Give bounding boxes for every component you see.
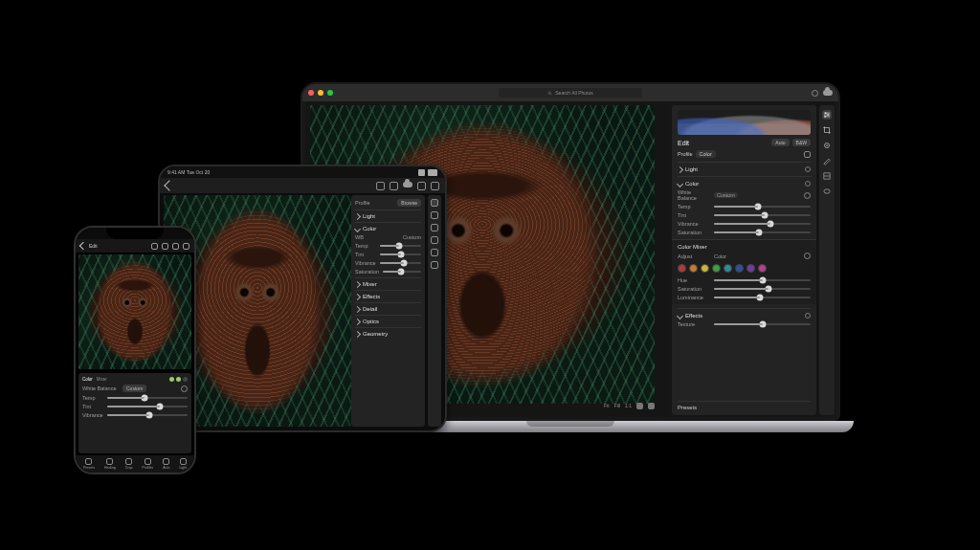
effects-section[interactable]: Effects Texture [678, 308, 811, 327]
tablet-vib-slider[interactable] [380, 260, 421, 266]
undo-icon[interactable] [151, 243, 158, 250]
phone-vib-slider[interactable] [107, 412, 188, 418]
phone-tab-color[interactable]: Color [82, 377, 93, 382]
tool-auto[interactable]: Auto [163, 458, 169, 470]
section-visibility-icon[interactable] [805, 181, 811, 187]
wb-value[interactable]: Custom [714, 192, 738, 198]
healing-brush-icon[interactable] [822, 141, 832, 150]
linear-gradient-icon[interactable] [822, 171, 832, 181]
tool-healing[interactable]: Healing [104, 458, 116, 470]
zoom-fill[interactable]: Fill [614, 403, 620, 409]
section-visibility-icon[interactable] [805, 313, 811, 319]
grid-icon[interactable] [636, 403, 643, 409]
traffic-light-close[interactable] [308, 90, 314, 96]
cloud-sync-icon[interactable] [162, 243, 168, 250]
tablet-temp-slider[interactable] [380, 243, 421, 249]
multi-device-lightroom-showcase: Search All Photos Fit Fill 1:1 [0, 0, 980, 550]
color-swatches[interactable] [678, 264, 811, 273]
home-icon[interactable] [812, 90, 818, 97]
chevron-down-icon [677, 180, 683, 187]
phone-tab-mixer[interactable]: Mixer [97, 377, 107, 382]
profile-value[interactable]: Color [696, 150, 716, 158]
tool-presets[interactable]: Presets [83, 458, 95, 470]
tablet-tint-slider[interactable] [380, 252, 421, 257]
mixer-adjust-value[interactable]: Color [714, 253, 726, 259]
svg-point-8 [824, 189, 830, 193]
temp-slider[interactable] [714, 204, 811, 209]
radial-gradient-icon[interactable] [822, 187, 832, 196]
adjust-sliders-icon[interactable] [431, 199, 438, 207]
tablet-geometry[interactable]: Geometry [355, 327, 421, 337]
target-adjust-icon[interactable] [804, 253, 811, 259]
tablet-wb[interactable]: WBCustom [355, 234, 421, 240]
tablet-wb-value[interactable]: Custom [403, 234, 421, 240]
traffic-light-minimize[interactable] [318, 90, 323, 96]
tablet-color[interactable]: Color [355, 222, 421, 231]
profile-row[interactable]: Profile Color [678, 150, 811, 158]
tint-slider[interactable] [714, 212, 811, 218]
histogram[interactable] [678, 110, 811, 135]
profile-browse-icon[interactable] [804, 151, 811, 158]
flag-icon[interactable] [390, 182, 398, 190]
phone-toolbar: Edit [76, 239, 194, 253]
auto-button[interactable]: Auto [771, 139, 789, 146]
linear-gradient-icon[interactable] [431, 249, 438, 256]
tablet-profile-value[interactable]: Browse [397, 199, 421, 207]
cloud-sync-icon[interactable] [403, 182, 412, 187]
section-visibility-icon[interactable] [805, 166, 811, 172]
mixer-adjust-row[interactable]: Adjust Color [678, 253, 811, 259]
tool-profiles[interactable]: Profiles [142, 458, 153, 470]
tablet-light[interactable]: Light [355, 209, 421, 219]
zoom-fit[interactable]: Fit [604, 403, 610, 409]
phone-wb-value[interactable]: Custom [122, 385, 146, 392]
tool-light[interactable]: Light [179, 458, 187, 470]
tablet-mixer[interactable]: Mixer [355, 277, 421, 287]
tablet-profile-row[interactable]: ProfileBrowse [355, 199, 421, 207]
settings-icon[interactable] [431, 182, 439, 190]
vibrance-slider[interactable] [714, 221, 811, 227]
phone-tint-slider[interactable] [107, 404, 188, 409]
compare-icon[interactable] [648, 403, 655, 409]
tablet-effects[interactable]: Effects [355, 290, 421, 299]
bw-button[interactable]: B&W [792, 139, 811, 146]
tablet-toolbar [160, 178, 445, 193]
phone-temp-slider[interactable] [107, 395, 188, 401]
undo-icon[interactable] [376, 182, 385, 190]
back-icon[interactable] [164, 180, 174, 190]
tablet-sat-label: Saturation [355, 269, 379, 275]
phone-subtabs[interactable]: Color Mixer [82, 377, 188, 382]
phone-photo-canvas[interactable] [78, 254, 191, 369]
eyedropper-icon[interactable] [804, 192, 811, 199]
tool-crop[interactable]: Crop [125, 458, 133, 470]
adjust-sliders-icon[interactable] [822, 110, 832, 120]
search-input[interactable]: Search All Photos [499, 88, 642, 98]
back-icon[interactable] [79, 242, 87, 250]
crop-icon[interactable] [431, 211, 438, 219]
radial-gradient-icon[interactable] [431, 261, 438, 269]
wifi-icon [418, 169, 425, 176]
share-icon[interactable] [417, 182, 426, 190]
healing-brush-icon[interactable] [431, 224, 438, 231]
color-mixer-section: Color Mixer Adjust Color Hue Saturation … [672, 239, 816, 304]
texture-slider[interactable] [714, 321, 811, 327]
eyedropper-icon[interactable] [181, 385, 188, 392]
light-section[interactable]: Light [678, 162, 811, 172]
zoom-ratio[interactable]: 1:1 [625, 403, 632, 409]
traffic-light-zoom[interactable] [327, 90, 333, 96]
brush-icon[interactable] [431, 236, 438, 244]
brush-icon[interactable] [822, 156, 832, 165]
share-icon[interactable] [172, 243, 179, 250]
crop-icon[interactable] [822, 125, 832, 135]
tablet-optics[interactable]: Optics [355, 315, 421, 324]
cloud-sync-icon[interactable] [823, 90, 833, 96]
hue-slider[interactable] [714, 277, 811, 283]
tablet-detail[interactable]: Detail [355, 302, 421, 312]
wb-row[interactable]: White Balance Custom [678, 189, 811, 201]
more-icon[interactable] [183, 243, 189, 250]
lum-slider[interactable] [714, 295, 811, 300]
mixer-sat-slider[interactable] [714, 286, 811, 292]
tablet-sat-slider[interactable] [383, 269, 421, 275]
presets-button[interactable]: Presets [678, 401, 811, 410]
tablet-temp-label: Temp [355, 243, 376, 249]
saturation-slider[interactable] [714, 230, 811, 235]
